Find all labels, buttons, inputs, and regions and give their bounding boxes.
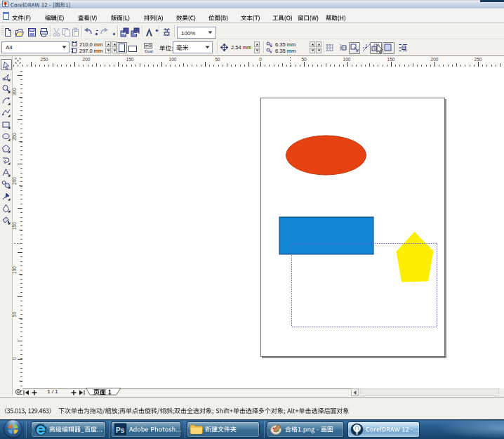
svg-text:y: y xyxy=(270,49,272,53)
svg-text:Ps: Ps xyxy=(116,426,125,434)
svg-text:Dual: Dual xyxy=(145,49,153,53)
svg-text:x: x xyxy=(270,42,272,46)
